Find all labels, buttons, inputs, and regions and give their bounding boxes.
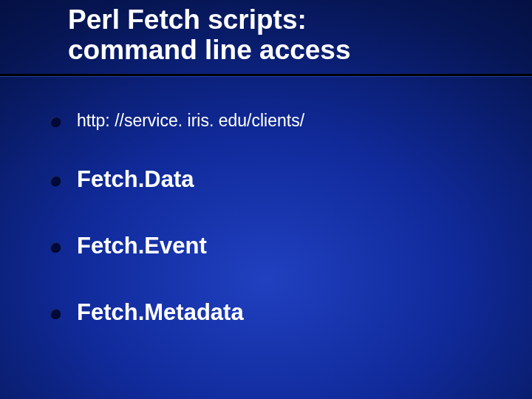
bullet-icon bbox=[50, 242, 61, 253]
slide-title-line1: Perl Fetch scripts: bbox=[68, 4, 307, 35]
bullet-icon bbox=[50, 176, 61, 186]
bullet-icon bbox=[50, 309, 61, 319]
bullet-fetch-event: Fetch.Event bbox=[50, 233, 207, 259]
bullet-icon bbox=[50, 117, 61, 127]
slide-title-line2: command line access bbox=[68, 35, 351, 65]
slide-title-block: Perl Fetch scripts: command line access bbox=[68, 4, 502, 66]
bullet-fetch-event-text: Fetch.Event bbox=[77, 233, 207, 259]
bullet-fetch-metadata: Fetch.Metadata bbox=[50, 299, 244, 326]
bullet-fetch-metadata-text: Fetch.Metadata bbox=[77, 299, 244, 326]
bullet-url-text: http: //service. iris. edu/clients/ bbox=[77, 111, 304, 131]
bullet-url: http: //service. iris. edu/clients/ bbox=[50, 111, 304, 131]
bullet-fetch-data: Fetch.Data bbox=[50, 166, 194, 193]
slide-title: Perl Fetch scripts: command line access bbox=[68, 4, 502, 66]
bullet-fetch-data-text: Fetch.Data bbox=[77, 166, 194, 193]
slide: Perl Fetch scripts: command line access … bbox=[0, 0, 532, 399]
title-divider bbox=[0, 74, 532, 76]
